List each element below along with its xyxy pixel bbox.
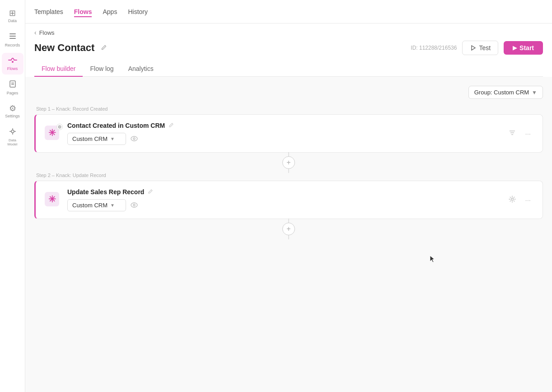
svg-point-7 (11, 130, 14, 133)
flow-id: ID: 112288/216536 (411, 45, 457, 51)
content-area: Group: Custom CRM ▼ Step 1 – Knack: Reco… (25, 77, 552, 392)
step1-more-icon[interactable]: ··· (522, 128, 533, 139)
tab-analytics[interactable]: Analytics (121, 61, 161, 77)
step1-label: Step 1 – Knack: Record Created (34, 106, 543, 112)
step2-gear-icon[interactable] (506, 194, 519, 206)
flow-title-row: New Contact ID: 112288/216536 Test ▶ (34, 41, 543, 55)
data-model-icon (9, 127, 17, 137)
test-button-label: Test (479, 44, 491, 51)
nav-item-apps[interactable]: Apps (103, 6, 117, 17)
step2-title-row: Update Sales Rep Record (67, 188, 500, 196)
top-nav: Templates Flows Apps History (25, 0, 552, 23)
sidebar-item-settings[interactable]: ⚙ Settings (2, 101, 23, 122)
step2-icon-bg: ✳ (45, 192, 59, 206)
breadcrumb: ‹ Flows (34, 29, 543, 36)
start-button-label: Start (519, 44, 534, 51)
group-selector[interactable]: Group: Custom CRM ▼ (468, 86, 543, 99)
sidebar: ⊞ Data Records Flows P (0, 0, 25, 392)
step2-icon-wrap: ✳ (45, 192, 61, 208)
flow-title-right: ID: 112288/216536 Test ▶ Start (411, 41, 543, 55)
sidebar-label-settings: Settings (5, 114, 20, 118)
step1-edit-icon[interactable] (168, 122, 174, 129)
flows-icon (8, 56, 17, 65)
chevron-down-icon: ▼ (532, 89, 537, 96)
svg-rect-5 (11, 83, 14, 84)
svg-point-17 (133, 138, 135, 140)
step2-dropdown-value: Custom CRM (72, 202, 108, 209)
back-arrow-icon: ‹ (34, 29, 37, 36)
svg-point-22 (133, 204, 135, 206)
sidebar-label-flows: Flows (7, 66, 18, 71)
sidebar-label-data-model: Data Model (4, 138, 22, 146)
step2-card: ✳ Update Sales Rep Record (34, 181, 543, 219)
sidebar-label-pages: Pages (7, 91, 19, 95)
step2-dd-chevron-icon: ▼ (110, 203, 115, 208)
sidebar-item-flows[interactable]: Flows (2, 53, 23, 75)
nav-item-flows[interactable]: Flows (74, 6, 92, 17)
svg-rect-2 (9, 38, 16, 39)
step1-actions: ··· (506, 128, 533, 139)
step1-selector: Custom CRM ▼ (67, 133, 500, 145)
step1-title-row: Contact Created in Custom CRM (67, 122, 500, 129)
test-button[interactable]: Test (462, 41, 498, 55)
step1-eye-icon[interactable] (129, 134, 140, 145)
sidebar-label-records: Records (5, 43, 20, 47)
step1-info: Contact Created in Custom CRM Custom CRM… (67, 122, 500, 145)
breadcrumb-flows-link[interactable]: Flows (39, 29, 55, 36)
add-step-button-1[interactable]: + (282, 156, 295, 169)
sidebar-label-data: Data (8, 19, 17, 23)
tab-flow-builder[interactable]: Flow builder (34, 61, 83, 77)
page-header: ‹ Flows New Contact ID: 112288/216536 Te (25, 23, 552, 77)
svg-point-21 (131, 203, 137, 207)
svg-point-16 (131, 136, 137, 141)
svg-marker-12 (472, 46, 475, 50)
svg-rect-1 (9, 36, 16, 37)
flow-title-left: New Contact (34, 42, 109, 54)
step2-more-icon[interactable]: ··· (522, 194, 533, 205)
step2-label: Step 2 – Knack: Update Record (34, 173, 543, 178)
step2-dropdown[interactable]: Custom CRM ▼ (67, 199, 126, 211)
step1-dropdown[interactable]: Custom CRM ▼ (67, 133, 126, 145)
nav-item-history[interactable]: History (128, 6, 148, 17)
play-icon: ▶ (513, 45, 517, 51)
step1-badge (56, 124, 63, 130)
nav-item-templates[interactable]: Templates (34, 6, 63, 17)
svg-rect-6 (11, 84, 14, 85)
plus-connector-1: + (34, 153, 543, 173)
svg-point-23 (511, 198, 514, 201)
step2-info: Update Sales Rep Record Custom CRM ▼ (67, 188, 500, 211)
step2-edit-icon[interactable] (148, 189, 153, 196)
step1-asterisk-icon: ✳ (48, 128, 56, 137)
sidebar-item-records[interactable]: Records (2, 28, 23, 51)
group-selector-row: Group: Custom CRM ▼ (34, 86, 543, 99)
sidebar-item-data[interactable]: ⊞ Data (2, 5, 23, 27)
main-content: Templates Flows Apps History ‹ Flows New… (25, 0, 552, 392)
data-icon: ⊞ (9, 9, 16, 17)
step2-eye-icon[interactable] (129, 200, 140, 211)
records-icon (9, 32, 17, 42)
edit-title-button[interactable] (99, 42, 109, 54)
plus-connector-2: + (34, 219, 543, 239)
step1-container: Step 1 – Knack: Record Created ✳ (34, 106, 543, 153)
step1-card: ✳ Contact Created in Custom CRM (34, 114, 543, 153)
step1-dd-chevron-icon: ▼ (110, 136, 115, 141)
svg-rect-0 (9, 33, 16, 34)
group-selector-label: Group: Custom CRM (474, 89, 529, 96)
sidebar-item-pages[interactable]: Pages (2, 76, 23, 99)
step2-selector: Custom CRM ▼ (67, 199, 500, 211)
step2-container: Step 2 – Knack: Update Record ✳ Update S… (34, 173, 543, 219)
tab-flow-log[interactable]: Flow log (83, 61, 121, 77)
step1-icon-wrap: ✳ (45, 126, 61, 142)
step1-filter-icon[interactable] (506, 128, 519, 139)
page-title: New Contact (34, 42, 94, 54)
svg-point-3 (12, 61, 14, 63)
step1-dropdown-value: Custom CRM (72, 135, 108, 142)
pages-icon (9, 80, 17, 89)
step2-asterisk-icon: ✳ (48, 195, 56, 204)
step1-title-text: Contact Created in Custom CRM (67, 122, 165, 129)
start-button[interactable]: ▶ Start (504, 41, 543, 55)
add-step-button-2[interactable]: + (282, 223, 295, 235)
step2-actions: ··· (506, 194, 533, 206)
sub-nav: Flow builder Flow log Analytics (34, 61, 543, 77)
sidebar-item-data-model[interactable]: Data Model (2, 124, 23, 150)
